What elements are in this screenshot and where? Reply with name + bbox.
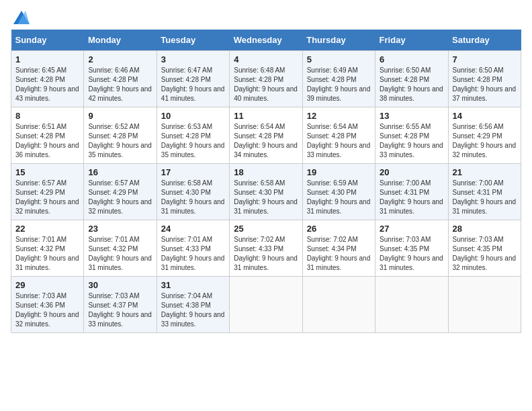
calendar-cell: 5Sunrise: 6:49 AMSunset: 4:28 PMDaylight… bbox=[302, 51, 375, 107]
header-cell-thursday: Thursday bbox=[302, 30, 375, 51]
day-detail: Sunrise: 7:00 AMSunset: 4:31 PMDaylight:… bbox=[453, 179, 517, 216]
day-detail: Sunrise: 6:51 AMSunset: 4:28 PMDaylight:… bbox=[15, 122, 79, 160]
day-number: 28 bbox=[453, 224, 517, 234]
header-cell-tuesday: Tuesday bbox=[157, 30, 229, 51]
calendar-cell: 14Sunrise: 6:56 AMSunset: 4:29 PMDayligh… bbox=[448, 107, 521, 164]
day-number: 22 bbox=[15, 224, 79, 234]
calendar-cell: 23Sunrise: 7:01 AMSunset: 4:32 PMDayligh… bbox=[84, 220, 157, 277]
calendar-cell: 15Sunrise: 6:57 AMSunset: 4:29 PMDayligh… bbox=[11, 164, 84, 220]
day-number: 30 bbox=[88, 280, 152, 290]
calendar-cell: 31Sunrise: 7:04 AMSunset: 4:38 PMDayligh… bbox=[157, 277, 229, 333]
day-number: 2 bbox=[88, 54, 152, 64]
day-detail: Sunrise: 7:04 AMSunset: 4:38 PMDaylight:… bbox=[161, 291, 225, 329]
calendar-cell: 17Sunrise: 6:58 AMSunset: 4:30 PMDayligh… bbox=[157, 164, 229, 220]
logo-icon bbox=[13, 11, 30, 24]
week-row-5: 29Sunrise: 7:03 AMSunset: 4:36 PMDayligh… bbox=[11, 277, 521, 333]
calendar-cell: 6Sunrise: 6:50 AMSunset: 4:28 PMDaylight… bbox=[375, 51, 448, 107]
calendar-table: SundayMondayTuesdayWednesdayThursdayFrid… bbox=[11, 30, 521, 333]
day-detail: Sunrise: 7:01 AMSunset: 4:32 PMDaylight:… bbox=[15, 235, 79, 273]
day-detail: Sunrise: 6:57 AMSunset: 4:29 PMDaylight:… bbox=[15, 179, 79, 216]
day-number: 12 bbox=[307, 111, 371, 121]
header-cell-wednesday: Wednesday bbox=[230, 30, 302, 51]
calendar-cell: 18Sunrise: 6:58 AMSunset: 4:30 PMDayligh… bbox=[230, 164, 302, 220]
calendar-cell: 8Sunrise: 6:51 AMSunset: 4:28 PMDaylight… bbox=[11, 107, 84, 164]
day-number: 29 bbox=[15, 280, 79, 290]
calendar-cell: 13Sunrise: 6:55 AMSunset: 4:28 PMDayligh… bbox=[375, 107, 448, 164]
week-row-2: 8Sunrise: 6:51 AMSunset: 4:28 PMDaylight… bbox=[11, 107, 521, 164]
day-detail: Sunrise: 6:59 AMSunset: 4:30 PMDaylight:… bbox=[307, 179, 371, 216]
day-detail: Sunrise: 6:54 AMSunset: 4:28 PMDaylight:… bbox=[307, 122, 371, 160]
day-number: 19 bbox=[307, 167, 371, 177]
header-cell-sunday: Sunday bbox=[11, 30, 84, 51]
day-detail: Sunrise: 6:50 AMSunset: 4:28 PMDaylight:… bbox=[453, 66, 517, 103]
day-number: 18 bbox=[234, 167, 298, 177]
day-detail: Sunrise: 6:52 AMSunset: 4:28 PMDaylight:… bbox=[88, 122, 152, 160]
day-number: 17 bbox=[161, 167, 225, 177]
day-number: 10 bbox=[161, 111, 225, 121]
day-detail: Sunrise: 6:57 AMSunset: 4:29 PMDaylight:… bbox=[88, 179, 152, 216]
day-number: 3 bbox=[161, 54, 225, 64]
day-number: 15 bbox=[15, 167, 79, 177]
day-detail: Sunrise: 6:46 AMSunset: 4:28 PMDaylight:… bbox=[88, 66, 152, 103]
calendar-cell: 22Sunrise: 7:01 AMSunset: 4:32 PMDayligh… bbox=[11, 220, 84, 277]
day-detail: Sunrise: 7:01 AMSunset: 4:32 PMDaylight:… bbox=[88, 235, 152, 273]
header-cell-friday: Friday bbox=[375, 30, 448, 51]
day-detail: Sunrise: 6:47 AMSunset: 4:28 PMDaylight:… bbox=[161, 66, 225, 103]
calendar-cell: 24Sunrise: 7:01 AMSunset: 4:33 PMDayligh… bbox=[157, 220, 229, 277]
day-detail: Sunrise: 7:03 AMSunset: 4:36 PMDaylight:… bbox=[15, 291, 79, 329]
day-detail: Sunrise: 7:03 AMSunset: 4:35 PMDaylight:… bbox=[453, 235, 517, 273]
day-number: 25 bbox=[234, 224, 298, 234]
header-row: SundayMondayTuesdayWednesdayThursdayFrid… bbox=[11, 30, 521, 51]
day-number: 23 bbox=[88, 224, 152, 234]
day-detail: Sunrise: 7:03 AMSunset: 4:37 PMDaylight:… bbox=[88, 291, 152, 329]
calendar-header: SundayMondayTuesdayWednesdayThursdayFrid… bbox=[11, 30, 521, 51]
day-detail: Sunrise: 6:58 AMSunset: 4:30 PMDaylight:… bbox=[161, 179, 225, 216]
logo bbox=[11, 11, 31, 24]
calendar-cell: 4Sunrise: 6:48 AMSunset: 4:28 PMDaylight… bbox=[230, 51, 302, 107]
day-number: 1 bbox=[15, 54, 79, 64]
day-number: 9 bbox=[88, 111, 152, 121]
calendar-cell: 19Sunrise: 6:59 AMSunset: 4:30 PMDayligh… bbox=[302, 164, 375, 220]
day-detail: Sunrise: 7:00 AMSunset: 4:31 PMDaylight:… bbox=[380, 179, 443, 216]
day-detail: Sunrise: 7:03 AMSunset: 4:35 PMDaylight:… bbox=[380, 235, 443, 273]
day-number: 4 bbox=[234, 54, 298, 64]
calendar-cell: 1Sunrise: 6:45 AMSunset: 4:28 PMDaylight… bbox=[11, 51, 84, 107]
day-number: 24 bbox=[161, 224, 225, 234]
calendar-cell bbox=[448, 277, 521, 333]
calendar-body: 1Sunrise: 6:45 AMSunset: 4:28 PMDaylight… bbox=[11, 51, 521, 333]
day-detail: Sunrise: 7:02 AMSunset: 4:33 PMDaylight:… bbox=[234, 235, 298, 273]
calendar-cell: 30Sunrise: 7:03 AMSunset: 4:37 PMDayligh… bbox=[84, 277, 157, 333]
calendar-cell: 11Sunrise: 6:54 AMSunset: 4:28 PMDayligh… bbox=[230, 107, 302, 164]
day-number: 20 bbox=[380, 167, 443, 177]
calendar-cell: 25Sunrise: 7:02 AMSunset: 4:33 PMDayligh… bbox=[230, 220, 302, 277]
calendar-cell bbox=[375, 277, 448, 333]
day-number: 16 bbox=[88, 167, 152, 177]
calendar-cell: 28Sunrise: 7:03 AMSunset: 4:35 PMDayligh… bbox=[448, 220, 521, 277]
day-detail: Sunrise: 6:53 AMSunset: 4:28 PMDaylight:… bbox=[161, 122, 225, 160]
calendar-cell: 16Sunrise: 6:57 AMSunset: 4:29 PMDayligh… bbox=[84, 164, 157, 220]
calendar-cell: 7Sunrise: 6:50 AMSunset: 4:28 PMDaylight… bbox=[448, 51, 521, 107]
day-number: 13 bbox=[380, 111, 443, 121]
day-detail: Sunrise: 6:50 AMSunset: 4:28 PMDaylight:… bbox=[380, 66, 443, 103]
day-number: 14 bbox=[453, 111, 517, 121]
day-detail: Sunrise: 6:48 AMSunset: 4:28 PMDaylight:… bbox=[234, 66, 298, 103]
page-header bbox=[11, 11, 521, 24]
day-detail: Sunrise: 7:01 AMSunset: 4:33 PMDaylight:… bbox=[161, 235, 225, 273]
calendar-cell: 29Sunrise: 7:03 AMSunset: 4:36 PMDayligh… bbox=[11, 277, 84, 333]
day-number: 31 bbox=[161, 280, 225, 290]
week-row-4: 22Sunrise: 7:01 AMSunset: 4:32 PMDayligh… bbox=[11, 220, 521, 277]
day-detail: Sunrise: 6:45 AMSunset: 4:28 PMDaylight:… bbox=[15, 66, 79, 103]
day-detail: Sunrise: 6:58 AMSunset: 4:30 PMDaylight:… bbox=[234, 179, 298, 216]
day-detail: Sunrise: 6:56 AMSunset: 4:29 PMDaylight:… bbox=[453, 122, 517, 160]
week-row-1: 1Sunrise: 6:45 AMSunset: 4:28 PMDaylight… bbox=[11, 51, 521, 107]
day-number: 7 bbox=[453, 54, 517, 64]
calendar-cell: 20Sunrise: 7:00 AMSunset: 4:31 PMDayligh… bbox=[375, 164, 448, 220]
calendar-cell: 3Sunrise: 6:47 AMSunset: 4:28 PMDaylight… bbox=[157, 51, 229, 107]
day-detail: Sunrise: 6:49 AMSunset: 4:28 PMDaylight:… bbox=[307, 66, 371, 103]
day-number: 6 bbox=[380, 54, 443, 64]
day-number: 5 bbox=[307, 54, 371, 64]
day-detail: Sunrise: 6:54 AMSunset: 4:28 PMDaylight:… bbox=[234, 122, 298, 160]
day-detail: Sunrise: 7:02 AMSunset: 4:34 PMDaylight:… bbox=[307, 235, 371, 273]
calendar-cell: 2Sunrise: 6:46 AMSunset: 4:28 PMDaylight… bbox=[84, 51, 157, 107]
day-number: 27 bbox=[380, 224, 443, 234]
